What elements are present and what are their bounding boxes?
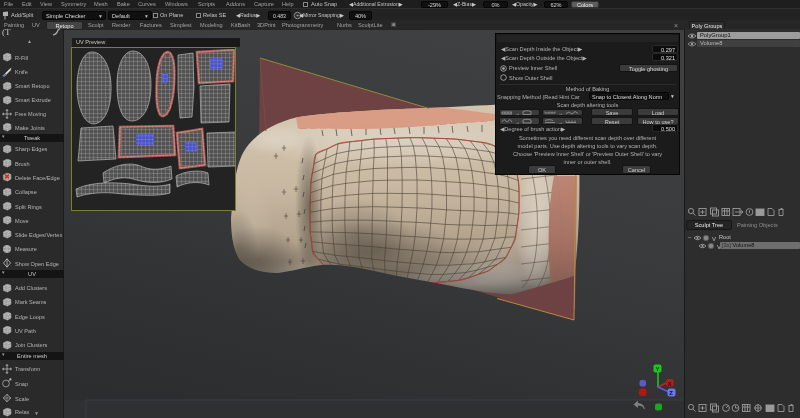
svg-text:→: → — [515, 118, 520, 124]
svg-text:Z: Z — [669, 390, 673, 396]
svg-text:V: V — [712, 235, 716, 241]
svg-text:→: → — [558, 110, 563, 116]
svg-text:→: → — [558, 118, 563, 124]
svg-text:→: → — [515, 110, 520, 116]
svg-text:X: X — [668, 381, 672, 387]
svg-text:Y: Y — [655, 366, 659, 372]
